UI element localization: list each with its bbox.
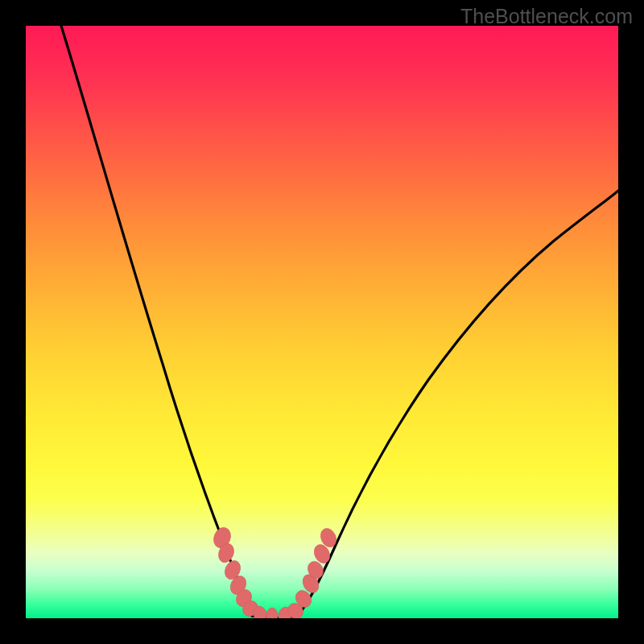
bottleneck-curve-svg	[26, 26, 618, 618]
watermark-text: TheBottleneck.com	[460, 5, 633, 28]
chart-outer-frame: TheBottleneck.com	[0, 0, 644, 644]
curve-right-branch	[298, 191, 618, 615]
right-marker-cluster	[285, 526, 340, 618]
chart-gradient-area	[26, 26, 618, 618]
left-marker-cluster	[211, 525, 293, 618]
svg-point-7	[266, 608, 278, 618]
